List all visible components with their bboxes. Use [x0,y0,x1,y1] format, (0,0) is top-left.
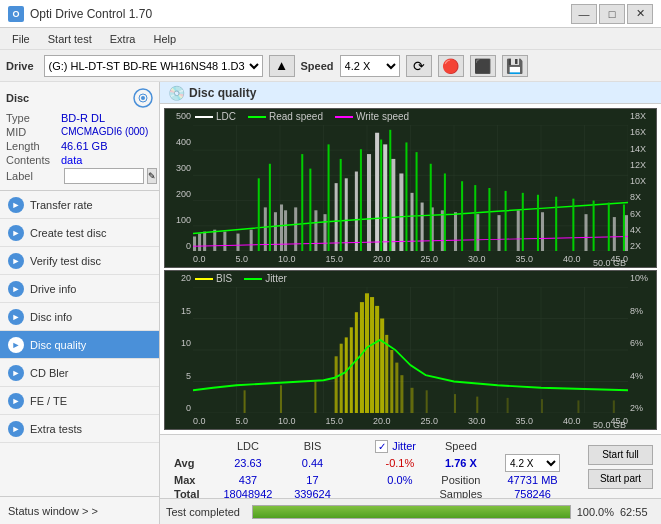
svg-rect-44 [441,210,444,251]
toolbar-btn-4[interactable]: 💾 [502,55,528,77]
svg-rect-58 [340,159,342,251]
svg-rect-46 [476,214,479,251]
sidebar-item-verify-test-disc-label: Verify test disc [30,255,101,267]
disc-length-row: Length 46.61 GB [6,140,153,152]
svg-rect-68 [488,188,490,251]
stats-avg-row: Avg 23.63 0.44 -0.1% 1.76 X 4.2 X [168,453,572,473]
svg-rect-73 [572,199,574,251]
status-window-button[interactable]: Status window > > [0,496,159,524]
svg-rect-70 [522,193,524,251]
minimize-button[interactable]: — [571,4,597,24]
sidebar-item-fe-te[interactable]: ► FE / TE [0,387,159,415]
menu-extra[interactable]: Extra [102,31,144,47]
svg-rect-50 [585,214,588,251]
svg-rect-64 [430,164,432,251]
toolbar-btn-3[interactable]: ⬛ [470,55,496,77]
disc-length-value: 46.61 GB [61,140,107,152]
sidebar-item-disc-info-label: Disc info [30,311,72,323]
close-button[interactable]: ✕ [627,4,653,24]
legend-ldc-label: LDC [216,111,236,122]
svg-rect-54 [269,164,271,251]
svg-rect-48 [517,210,520,251]
sidebar-item-cd-bler[interactable]: ► CD Bler [0,359,159,387]
svg-rect-47 [498,215,501,251]
legend-ldc: LDC [195,111,236,122]
disc-header: Disc [6,88,153,108]
menu-file[interactable]: File [4,31,38,47]
avg-label: Avg [168,453,212,473]
disc-label-input[interactable] [64,168,144,184]
sidebar-item-create-test-disc[interactable]: ► Create test disc [0,219,159,247]
sidebar-item-disc-quality[interactable]: ► Disc quality [0,331,159,359]
chart1-legend: LDC Read speed Write speed [195,111,409,122]
stats-area: LDC BIS ✓ Jitter Speed [160,434,661,524]
legend-jitter: Jitter [244,273,287,284]
chart1-svg [193,125,628,251]
status-window-label: Status window > > [8,505,98,517]
eject-button[interactable]: ▲ [269,55,295,77]
col-ldc: LDC [212,439,284,453]
legend-write-speed-label: Write speed [356,111,409,122]
legend-jitter-label: Jitter [265,273,287,284]
col-bis: BIS [284,439,341,453]
chart2-y-left: 20151050 [165,271,193,413]
svg-rect-62 [405,142,407,251]
speed-select[interactable]: 4.2 X [340,55,400,77]
maximize-button[interactable]: □ [599,4,625,24]
svg-rect-35 [355,172,358,251]
chart2-y-right: 10%8%6%4%2% [628,271,656,413]
cd-bler-icon: ► [8,365,24,381]
jitter-checkbox[interactable]: ✓ [375,440,388,453]
chart1-x-axis: 0.05.010.015.020.025.030.035.040.045.0 5… [193,251,628,267]
svg-rect-115 [613,400,615,413]
chart-bis: BIS Jitter 20151050 10%8%6%4%2% [164,270,657,430]
sidebar-item-disc-info[interactable]: ► Disc info [0,303,159,331]
toolbar-btn-1[interactable]: ⟳ [406,55,432,77]
stats-table: LDC BIS ✓ Jitter Speed [160,435,580,498]
sidebar-item-drive-info[interactable]: ► Drive info [0,275,159,303]
disc-contents-label: Contents [6,154,61,166]
position-value: 47731 MB [507,474,557,486]
jitter-section: ✓ Jitter [375,440,424,453]
svg-rect-20 [198,234,201,251]
avg-jitter: -0.1% [371,453,428,473]
toolbar-btn-2[interactable]: 🔴 [438,55,464,77]
svg-rect-19 [193,236,196,251]
start-part-button[interactable]: Start part [588,469,653,489]
sidebar-item-transfer-rate[interactable]: ► Transfer rate [0,191,159,219]
svg-rect-113 [541,399,543,413]
charts-area: LDC Read speed Write speed 5004003002001… [160,104,661,434]
svg-rect-67 [474,185,476,251]
disc-contents-value: data [61,154,82,166]
create-test-disc-icon: ► [8,225,24,241]
speed-select-stats[interactable]: 4.2 X [505,454,560,472]
progress-percent: 100.0% [577,506,614,518]
label-edit-button[interactable]: ✎ [147,168,157,184]
svg-rect-100 [380,319,384,414]
menu-start-test[interactable]: Start test [40,31,100,47]
disc-icon [133,88,153,108]
svg-rect-34 [345,178,348,251]
disc-type-label: Type [6,112,61,124]
drive-select[interactable]: (G:) HL-DT-ST BD-RE WH16NS48 1.D3 [44,55,263,77]
start-full-button[interactable]: Start full [588,445,653,465]
svg-rect-53 [258,178,260,251]
svg-rect-69 [505,191,507,251]
disc-mid-value: CMCMAGDI6 (000) [61,126,148,138]
disc-type-row: Type BD-R DL [6,112,153,124]
svg-rect-103 [395,363,398,413]
svg-rect-38 [383,144,387,251]
sidebar-item-extra-tests[interactable]: ► Extra tests [0,415,159,443]
disc-length-label: Length [6,140,61,152]
svg-rect-99 [375,306,379,413]
disc-panel: Disc Type BD-R DL MID CMCMAGDI6 (000) Le… [0,82,159,191]
svg-rect-61 [389,130,391,251]
svg-rect-36 [367,154,371,251]
svg-rect-106 [244,390,246,413]
svg-rect-95 [355,312,358,413]
progress-track [252,505,571,519]
sidebar-item-verify-test-disc[interactable]: ► Verify test disc [0,247,159,275]
menu-help[interactable]: Help [145,31,184,47]
svg-rect-30 [294,207,297,251]
titlebar: O Opti Drive Control 1.70 — □ ✕ [0,0,661,28]
